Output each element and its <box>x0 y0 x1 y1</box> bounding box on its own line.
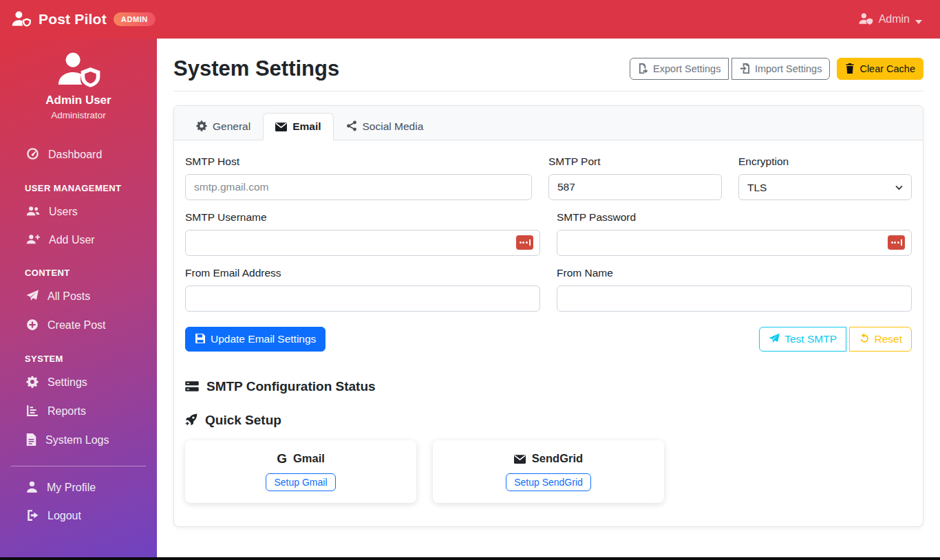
tab-general[interactable]: General <box>184 113 263 140</box>
share-icon <box>346 120 357 133</box>
sidebar-item-create-post[interactable]: Create Post <box>0 311 157 340</box>
sidebar-divider <box>11 466 146 466</box>
sidebar-section-content: CONTENT <box>0 254 157 282</box>
tab-social-media[interactable]: Social Media <box>334 113 436 140</box>
trash-icon <box>845 63 855 74</box>
envelope-icon <box>514 452 526 465</box>
smtp-port-label: SMTP Port <box>548 155 722 168</box>
user-plus-icon <box>26 233 40 246</box>
file-icon <box>26 433 36 447</box>
server-icon <box>185 379 199 394</box>
google-g-icon: G <box>277 452 287 465</box>
avatar-user-shield-icon <box>56 77 101 89</box>
smtp-password-input[interactable] <box>557 230 912 256</box>
gear-icon <box>26 376 39 389</box>
smtp-username-input[interactable] <box>185 230 540 256</box>
profile-name: Admin User <box>0 94 157 107</box>
sidebar-item-all-posts[interactable]: All Posts <box>0 282 157 311</box>
file-export-icon <box>638 63 648 74</box>
rocket-icon <box>185 413 197 428</box>
user-shield-icon <box>11 10 32 29</box>
paper-plane-icon <box>26 290 39 303</box>
users-icon <box>26 205 40 218</box>
sidebar-item-dashboard[interactable]: Dashboard <box>0 140 157 169</box>
chart-bars-icon <box>26 405 39 418</box>
sidebar: Admin User Administrator Dashboard USER … <box>0 39 157 557</box>
smtp-port-input[interactable] <box>548 174 722 200</box>
from-email-input[interactable] <box>185 286 540 312</box>
provider-name: SendGrid <box>532 452 583 465</box>
export-settings-button[interactable]: Export Settings <box>630 58 729 80</box>
tab-email[interactable]: Email <box>263 113 333 140</box>
password-manager-icon[interactable] <box>516 235 533 250</box>
smtp-username-label: SMTP Username <box>185 211 540 224</box>
from-name-label: From Name <box>557 267 912 279</box>
smtp-host-label: SMTP Host <box>185 155 532 168</box>
setup-gmail-button[interactable]: Setup Gmail <box>266 473 335 491</box>
sidebar-item-add-user[interactable]: Add User <box>0 226 157 254</box>
update-email-settings-button[interactable]: Update Email Settings <box>185 327 325 352</box>
window-bottom-edge <box>0 557 940 560</box>
sidebar-section-system: SYSTEM <box>0 340 157 368</box>
reset-button[interactable]: Reset <box>849 327 912 352</box>
clear-cache-button[interactable]: Clear Cache <box>837 58 923 80</box>
envelope-icon <box>275 120 287 133</box>
sidebar-item-reports[interactable]: Reports <box>0 397 157 426</box>
sidebar-item-users[interactable]: Users <box>0 197 157 226</box>
from-name-input[interactable] <box>557 286 912 312</box>
profile-role: Administrator <box>0 110 157 120</box>
page-title: System Settings <box>173 56 339 81</box>
provider-card-sendgrid: SendGrid Setup SendGrid <box>433 440 664 503</box>
sidebar-item-settings[interactable]: Settings <box>0 368 157 397</box>
top-navbar: Post Pilot ADMIN Admin <box>0 0 940 39</box>
brand-title: Post Pilot <box>39 11 107 28</box>
provider-card-gmail: G Gmail Setup Gmail <box>185 440 416 503</box>
setup-sendgrid-button[interactable]: Setup SendGrid <box>506 473 591 491</box>
quick-setup-heading: Quick Setup <box>205 413 281 428</box>
sidebar-item-my-profile[interactable]: My Profile <box>0 473 157 502</box>
dashboard-icon <box>26 147 39 162</box>
sidebar-item-logout[interactable]: Logout <box>0 502 157 530</box>
gear-icon <box>196 120 207 133</box>
undo-icon <box>859 333 870 345</box>
import-settings-button[interactable]: Import Settings <box>731 58 831 80</box>
user-menu[interactable]: Admin <box>858 12 922 26</box>
paper-plane-icon <box>769 333 780 345</box>
from-email-label: From Email Address <box>185 267 540 279</box>
user-icon <box>26 481 38 494</box>
smtp-password-label: SMTP Password <box>557 211 912 224</box>
encryption-select[interactable]: TLS <box>738 174 912 200</box>
main-content: System Settings Export Settings Import S… <box>157 39 940 557</box>
logout-icon <box>26 509 39 523</box>
save-icon <box>195 333 206 345</box>
sidebar-section-user-management: USER MANAGEMENT <box>0 169 157 197</box>
password-manager-icon[interactable] <box>888 235 905 250</box>
test-smtp-button[interactable]: Test SMTP <box>759 327 846 352</box>
sidebar-item-system-logs[interactable]: System Logs <box>0 426 157 455</box>
provider-name: Gmail <box>293 452 325 465</box>
admin-badge: ADMIN <box>114 12 156 26</box>
caret-down-icon <box>915 13 922 25</box>
user-menu-label: Admin <box>879 13 910 25</box>
smtp-host-input[interactable] <box>185 174 532 200</box>
file-import-icon <box>740 63 750 74</box>
encryption-label: Encryption <box>738 155 912 168</box>
brand[interactable]: Post Pilot ADMIN <box>11 10 156 29</box>
plus-circle-icon <box>26 319 39 332</box>
settings-card: General Email Social Media SMTP Host <box>173 105 923 527</box>
user-shield-small-icon <box>858 12 873 26</box>
smtp-status-heading: SMTP Configuration Status <box>206 379 376 394</box>
sidebar-profile: Admin User Administrator <box>0 39 157 120</box>
